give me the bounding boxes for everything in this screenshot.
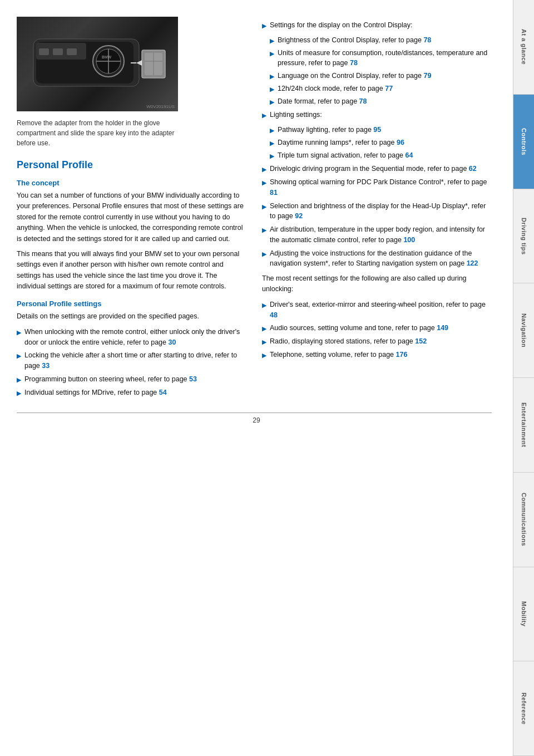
list-item: ▶ Adjusting the voice instructions for t…: [262, 248, 491, 269]
list-item: ▶ 12h/24h clock mode, refer to page 77: [270, 84, 491, 94]
bullet-arrow-icon: ▶: [17, 328, 21, 337]
list-item: ▶ Pathway lighting, refer to page 95: [270, 125, 491, 135]
bullet-arrow-icon: ▶: [262, 111, 266, 120]
link-64[interactable]: 64: [406, 151, 413, 159]
link-100[interactable]: 100: [403, 236, 415, 244]
bullet-arrow-icon: ▶: [270, 72, 274, 81]
list-item: ▶ Drivelogic driving program in the Sequ…: [262, 164, 491, 174]
sidebar-tab-at-a-glance[interactable]: At a glance: [513, 0, 534, 95]
sidebar-tab-reference[interactable]: Reference: [513, 661, 534, 756]
list-item: ▶ Air distribution, temperature in the u…: [262, 224, 491, 246]
link-95[interactable]: 95: [373, 126, 381, 134]
bullet-arrow-icon: ▶: [270, 151, 274, 161]
bullet-text: When unlocking with the remote control, …: [24, 327, 245, 348]
list-item: ▶ Individual settings for MDrive, refer …: [17, 387, 245, 398]
link-176[interactable]: 176: [396, 351, 408, 359]
svg-text:BMW: BMW: [102, 55, 112, 59]
sidebar-tab-controls[interactable]: Controls: [513, 95, 534, 189]
link-122[interactable]: 122: [467, 259, 478, 267]
bullet-arrow-icon: ▶: [17, 389, 21, 398]
main-content: BMW W0V20191US Remove the adapter from t…: [0, 0, 513, 435]
bottom-divider: [17, 413, 492, 413]
link-30[interactable]: 30: [168, 338, 176, 346]
key-svg: BMW: [22, 19, 172, 109]
bullet-text: Air distribution, temperature in the upp…: [270, 224, 491, 246]
list-item: ▶ Date format, refer to page 78: [270, 96, 491, 107]
sidebar-tab-communications[interactable]: Communications: [513, 473, 534, 567]
settings-bullet-list: ▶ When unlocking with the remote control…: [17, 327, 245, 398]
bullet-arrow-icon: ▶: [270, 36, 274, 46]
link-152[interactable]: 152: [415, 337, 427, 345]
list-item: ▶ Driver's seat, exterior-mirror and ste…: [262, 300, 491, 321]
sidebar-tab-entertainment[interactable]: Entertainment: [513, 378, 534, 473]
link-79[interactable]: 79: [423, 72, 431, 80]
bullet-text: Locking the vehicle after a short time o…: [24, 350, 245, 371]
link-78a[interactable]: 78: [423, 36, 431, 44]
svg-rect-5: [67, 48, 77, 55]
bullet-text: Triple turn signal activation, refer to …: [278, 150, 413, 161]
list-item: ▶ Programming button on steering wheel, …: [17, 374, 245, 385]
bullet-arrow-icon: ▶: [270, 126, 274, 135]
bullet-arrow-icon: ▶: [262, 337, 266, 347]
bullet-arrow-icon: ▶: [270, 85, 274, 94]
display-sub-list: ▶ Brightness of the Control Display, ref…: [270, 35, 491, 107]
svg-rect-4: [53, 48, 63, 55]
unlocking-list: ▶ Driver's seat, exterior-mirror and ste…: [262, 300, 491, 360]
bullet-arrow-icon: ▶: [270, 139, 274, 148]
bullet-text: Radio, displaying stored stations, refer…: [270, 336, 427, 347]
bullet-text: Language on the Control Display, refer t…: [278, 71, 431, 81]
sidebar-tab-driving-tips[interactable]: Driving tips: [513, 189, 534, 284]
list-item: ▶ Language on the Control Display, refer…: [270, 71, 491, 81]
list-item: ▶ Locking the vehicle after a short time…: [17, 350, 245, 371]
bullet-text: Brightness of the Control Display, refer…: [278, 35, 431, 46]
link-78c[interactable]: 78: [359, 97, 367, 105]
list-item: ▶ Showing optical warning for PDC Park D…: [262, 177, 491, 198]
link-78b[interactable]: 78: [350, 59, 358, 67]
display-settings-list: ▶ Settings for the display on the Contro…: [262, 20, 491, 31]
sidebar-tab-navigation[interactable]: Navigation: [513, 283, 534, 378]
link-33[interactable]: 33: [42, 362, 50, 370]
bullet-arrow-icon: ▶: [270, 97, 274, 107]
list-item: ▶ Telephone, setting volume, refer to pa…: [262, 350, 491, 360]
bullet-arrow-icon: ▶: [17, 351, 21, 361]
bullet-text: 12h/24h clock mode, refer to page 77: [278, 84, 393, 94]
sidebar-tab-mobility[interactable]: Mobility: [513, 567, 534, 662]
bullet-text: Adjusting the voice instructions for the…: [270, 248, 491, 269]
bullet-text: Daytime running lamps*, refer to page 96: [278, 138, 404, 148]
unlocking-intro: The most recent settings for the followi…: [262, 273, 491, 295]
bullet-text: Showing optical warning for PDC Park Dis…: [270, 177, 491, 198]
link-62[interactable]: 62: [469, 165, 477, 173]
link-77[interactable]: 77: [385, 85, 393, 92]
bullet-arrow-icon: ▶: [262, 165, 266, 174]
link-92[interactable]: 92: [295, 212, 303, 220]
main-bullets-list: ▶ Drivelogic driving program in the Sequ…: [262, 164, 491, 269]
bullet-arrow-icon: ▶: [262, 202, 266, 212]
bullet-arrow-icon: ▶: [262, 324, 266, 333]
link-81[interactable]: 81: [270, 189, 278, 197]
list-item: ▶ Lighting settings:: [262, 110, 491, 120]
link-53[interactable]: 53: [189, 375, 197, 383]
link-96[interactable]: 96: [397, 139, 404, 146]
bullet-arrow-icon: ▶: [262, 249, 266, 259]
link-149[interactable]: 149: [437, 324, 448, 332]
bullet-text: Individual settings for MDrive, refer to…: [24, 387, 167, 398]
bullet-text: Telephone, setting volume, refer to page…: [270, 350, 407, 360]
svg-rect-3: [39, 48, 49, 55]
link-48[interactable]: 48: [270, 311, 278, 319]
bullet-text: Driver's seat, exterior-mirror and steer…: [270, 300, 491, 321]
list-item: ▶ Radio, displaying stored stations, ref…: [262, 336, 491, 347]
list-item: ▶ Triple turn signal activation, refer t…: [270, 150, 491, 161]
list-item: ▶ Selection and brightness of the displa…: [262, 201, 491, 222]
settings-subtitle: Personal Profile settings: [17, 300, 245, 308]
bullet-arrow-icon: ▶: [262, 225, 266, 235]
bullet-text: Programming button on steering wheel, re…: [24, 374, 197, 385]
image-placeholder: BMW W0V20191US: [17, 17, 178, 111]
right-column: ▶ Settings for the display on the Contro…: [262, 17, 491, 402]
bullet-text: Pathway lighting, refer to page 95: [278, 125, 381, 135]
link-54[interactable]: 54: [159, 389, 167, 396]
bullet-arrow-icon: ▶: [262, 21, 266, 31]
sidebar: At a glance Controls Driving tips Naviga…: [513, 0, 534, 756]
bullet-arrow-icon: ▶: [262, 301, 266, 310]
bullet-text: Settings for the display on the Control …: [270, 20, 412, 31]
image-caption: Remove the adapter from the holder in th…: [17, 118, 178, 148]
